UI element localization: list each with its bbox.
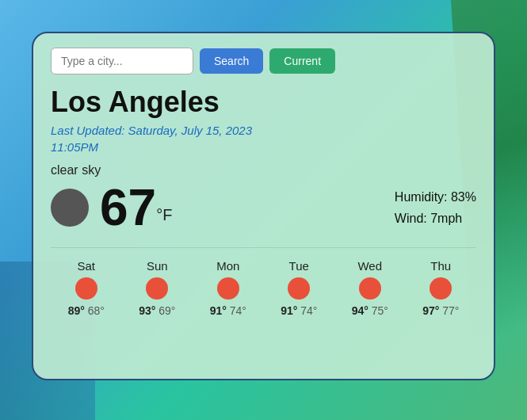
forecast-icon <box>146 277 168 300</box>
forecast-low: 69° <box>158 304 175 317</box>
forecast-day-label: Mon <box>216 259 239 273</box>
humidity-display: Humidity: 83% <box>395 186 476 208</box>
city-search-input[interactable] <box>51 48 193 74</box>
forecast-temps: 91° 74° <box>210 304 246 317</box>
forecast-day: Thu 97° 77° <box>406 259 477 317</box>
forecast-day-label: Sun <box>147 259 168 273</box>
forecast-low: 75° <box>372 304 388 317</box>
forecast-day-label: Wed <box>357 259 382 273</box>
weather-icon <box>51 189 89 227</box>
search-row: Search Current <box>51 48 476 74</box>
temperature-section: 67°F <box>51 182 172 233</box>
last-updated: Last Updated: Saturday, July 15, 2023 11… <box>51 122 476 155</box>
forecast-low: 77° <box>442 304 459 317</box>
city-name: Los Angeles <box>51 86 476 119</box>
forecast-day: Wed 94° 75° <box>334 259 406 317</box>
forecast-high: 91° <box>281 304 297 317</box>
forecast-icon <box>359 277 381 300</box>
temperature-unit: °F <box>156 206 172 223</box>
forecast-icon <box>217 277 239 300</box>
temperature-display: 67°F <box>100 182 172 233</box>
forecast-icon <box>288 277 310 300</box>
temperature-value: 67 <box>100 179 156 236</box>
forecast-row: Sat 89° 68° Sun 93° 69° Mon 91° 74° Tue <box>51 247 476 317</box>
forecast-low: 74° <box>230 304 246 317</box>
weather-condition: clear sky <box>51 163 476 178</box>
search-button[interactable]: Search <box>200 48 263 74</box>
forecast-temps: 91° 74° <box>281 304 317 317</box>
forecast-high: 89° <box>68 304 85 317</box>
forecast-icon <box>75 277 97 300</box>
forecast-icon <box>430 277 452 300</box>
wind-display: Wind: 7mph <box>395 208 476 229</box>
current-weather-row: 67°F Humidity: 83% Wind: 7mph <box>51 182 476 233</box>
forecast-day-label: Sat <box>77 259 95 273</box>
forecast-low: 68° <box>88 304 105 317</box>
forecast-day: Sat 89° 68° <box>51 259 122 317</box>
forecast-temps: 93° 69° <box>139 304 175 317</box>
forecast-high: 94° <box>352 304 369 317</box>
forecast-temps: 94° 75° <box>352 304 388 317</box>
forecast-high: 93° <box>139 304 155 317</box>
forecast-day-label: Thu <box>430 259 451 273</box>
weather-card: Search Current Los Angeles Last Updated:… <box>32 32 495 380</box>
weather-details: Humidity: 83% Wind: 7mph <box>395 186 476 229</box>
forecast-temps: 97° 77° <box>422 304 459 317</box>
current-location-button[interactable]: Current <box>269 48 335 74</box>
forecast-high: 97° <box>422 304 439 317</box>
forecast-day-label: Tue <box>289 259 309 273</box>
forecast-high: 91° <box>210 304 227 317</box>
forecast-day: Mon 91° 74° <box>193 259 264 317</box>
forecast-day: Sun 93° 69° <box>122 259 193 317</box>
forecast-low: 74° <box>300 304 317 317</box>
forecast-day: Tue 91° 74° <box>264 259 335 317</box>
forecast-temps: 89° 68° <box>68 304 105 317</box>
